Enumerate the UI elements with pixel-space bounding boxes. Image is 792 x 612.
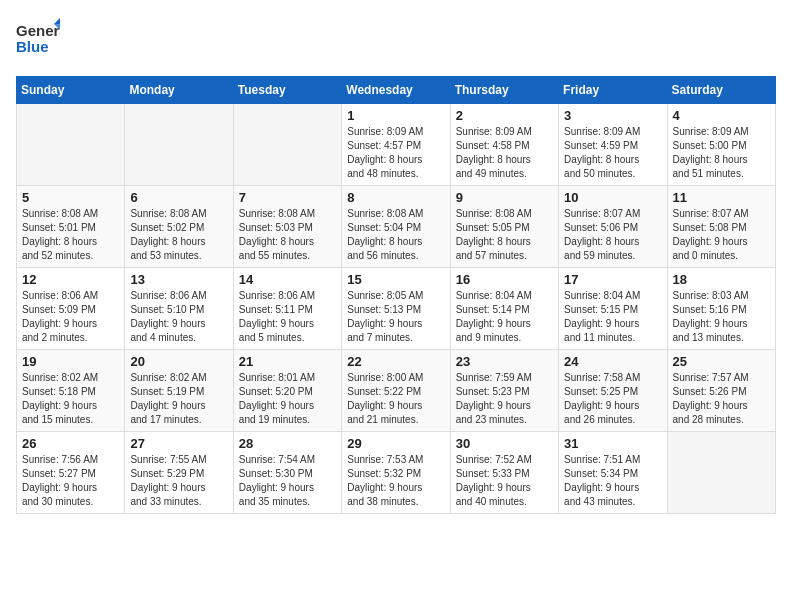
day-detail: Sunrise: 8:04 AM Sunset: 5:14 PM Dayligh… — [456, 289, 553, 345]
day-number: 22 — [347, 354, 444, 369]
day-of-week-header: Thursday — [450, 77, 558, 104]
calendar-cell: 17Sunrise: 8:04 AM Sunset: 5:15 PM Dayli… — [559, 268, 667, 350]
calendar-cell — [125, 104, 233, 186]
calendar-cell: 31Sunrise: 7:51 AM Sunset: 5:34 PM Dayli… — [559, 432, 667, 514]
calendar-cell — [233, 104, 341, 186]
day-detail: Sunrise: 8:07 AM Sunset: 5:08 PM Dayligh… — [673, 207, 770, 263]
day-number: 16 — [456, 272, 553, 287]
day-detail: Sunrise: 8:07 AM Sunset: 5:06 PM Dayligh… — [564, 207, 661, 263]
calendar-cell: 10Sunrise: 8:07 AM Sunset: 5:06 PM Dayli… — [559, 186, 667, 268]
day-detail: Sunrise: 8:09 AM Sunset: 4:59 PM Dayligh… — [564, 125, 661, 181]
calendar-cell: 29Sunrise: 7:53 AM Sunset: 5:32 PM Dayli… — [342, 432, 450, 514]
calendar-cell: 14Sunrise: 8:06 AM Sunset: 5:11 PM Dayli… — [233, 268, 341, 350]
calendar-cell: 13Sunrise: 8:06 AM Sunset: 5:10 PM Dayli… — [125, 268, 233, 350]
calendar-week-row: 19Sunrise: 8:02 AM Sunset: 5:18 PM Dayli… — [17, 350, 776, 432]
calendar-cell: 22Sunrise: 8:00 AM Sunset: 5:22 PM Dayli… — [342, 350, 450, 432]
calendar-cell — [17, 104, 125, 186]
day-detail: Sunrise: 7:51 AM Sunset: 5:34 PM Dayligh… — [564, 453, 661, 509]
calendar-cell: 27Sunrise: 7:55 AM Sunset: 5:29 PM Dayli… — [125, 432, 233, 514]
calendar-cell: 2Sunrise: 8:09 AM Sunset: 4:58 PM Daylig… — [450, 104, 558, 186]
calendar-cell: 4Sunrise: 8:09 AM Sunset: 5:00 PM Daylig… — [667, 104, 775, 186]
calendar-week-row: 5Sunrise: 8:08 AM Sunset: 5:01 PM Daylig… — [17, 186, 776, 268]
day-number: 8 — [347, 190, 444, 205]
calendar-cell: 7Sunrise: 8:08 AM Sunset: 5:03 PM Daylig… — [233, 186, 341, 268]
day-number: 23 — [456, 354, 553, 369]
day-of-week-header: Wednesday — [342, 77, 450, 104]
day-number: 14 — [239, 272, 336, 287]
day-detail: Sunrise: 7:55 AM Sunset: 5:29 PM Dayligh… — [130, 453, 227, 509]
day-detail: Sunrise: 7:53 AM Sunset: 5:32 PM Dayligh… — [347, 453, 444, 509]
day-number: 20 — [130, 354, 227, 369]
calendar-cell: 9Sunrise: 8:08 AM Sunset: 5:05 PM Daylig… — [450, 186, 558, 268]
calendar-cell: 18Sunrise: 8:03 AM Sunset: 5:16 PM Dayli… — [667, 268, 775, 350]
calendar-cell: 30Sunrise: 7:52 AM Sunset: 5:33 PM Dayli… — [450, 432, 558, 514]
day-number: 13 — [130, 272, 227, 287]
day-number: 4 — [673, 108, 770, 123]
day-detail: Sunrise: 8:09 AM Sunset: 5:00 PM Dayligh… — [673, 125, 770, 181]
day-number: 10 — [564, 190, 661, 205]
day-detail: Sunrise: 8:08 AM Sunset: 5:04 PM Dayligh… — [347, 207, 444, 263]
day-number: 18 — [673, 272, 770, 287]
calendar-header-row: SundayMondayTuesdayWednesdayThursdayFrid… — [17, 77, 776, 104]
day-number: 28 — [239, 436, 336, 451]
calendar-cell — [667, 432, 775, 514]
day-of-week-header: Tuesday — [233, 77, 341, 104]
day-number: 1 — [347, 108, 444, 123]
calendar-cell: 19Sunrise: 8:02 AM Sunset: 5:18 PM Dayli… — [17, 350, 125, 432]
day-detail: Sunrise: 8:01 AM Sunset: 5:20 PM Dayligh… — [239, 371, 336, 427]
day-number: 15 — [347, 272, 444, 287]
calendar-cell: 3Sunrise: 8:09 AM Sunset: 4:59 PM Daylig… — [559, 104, 667, 186]
day-number: 24 — [564, 354, 661, 369]
day-detail: Sunrise: 8:03 AM Sunset: 5:16 PM Dayligh… — [673, 289, 770, 345]
day-number: 11 — [673, 190, 770, 205]
day-number: 25 — [673, 354, 770, 369]
calendar-week-row: 1Sunrise: 8:09 AM Sunset: 4:57 PM Daylig… — [17, 104, 776, 186]
day-of-week-header: Monday — [125, 77, 233, 104]
day-number: 29 — [347, 436, 444, 451]
calendar-cell: 20Sunrise: 8:02 AM Sunset: 5:19 PM Dayli… — [125, 350, 233, 432]
day-of-week-header: Saturday — [667, 77, 775, 104]
day-of-week-header: Sunday — [17, 77, 125, 104]
day-detail: Sunrise: 7:52 AM Sunset: 5:33 PM Dayligh… — [456, 453, 553, 509]
svg-marker-2 — [54, 18, 60, 24]
day-number: 3 — [564, 108, 661, 123]
day-detail: Sunrise: 8:09 AM Sunset: 4:58 PM Dayligh… — [456, 125, 553, 181]
calendar-cell: 6Sunrise: 8:08 AM Sunset: 5:02 PM Daylig… — [125, 186, 233, 268]
day-detail: Sunrise: 8:04 AM Sunset: 5:15 PM Dayligh… — [564, 289, 661, 345]
day-number: 27 — [130, 436, 227, 451]
day-number: 19 — [22, 354, 119, 369]
day-number: 6 — [130, 190, 227, 205]
day-number: 21 — [239, 354, 336, 369]
calendar-cell: 25Sunrise: 7:57 AM Sunset: 5:26 PM Dayli… — [667, 350, 775, 432]
day-detail: Sunrise: 8:08 AM Sunset: 5:02 PM Dayligh… — [130, 207, 227, 263]
calendar-cell: 26Sunrise: 7:56 AM Sunset: 5:27 PM Dayli… — [17, 432, 125, 514]
logo-mark: General Blue — [16, 16, 60, 64]
day-of-week-header: Friday — [559, 77, 667, 104]
calendar-cell: 24Sunrise: 7:58 AM Sunset: 5:25 PM Dayli… — [559, 350, 667, 432]
day-number: 30 — [456, 436, 553, 451]
calendar-table: SundayMondayTuesdayWednesdayThursdayFrid… — [16, 76, 776, 514]
calendar-cell: 15Sunrise: 8:05 AM Sunset: 5:13 PM Dayli… — [342, 268, 450, 350]
day-number: 7 — [239, 190, 336, 205]
day-detail: Sunrise: 7:57 AM Sunset: 5:26 PM Dayligh… — [673, 371, 770, 427]
day-detail: Sunrise: 7:56 AM Sunset: 5:27 PM Dayligh… — [22, 453, 119, 509]
day-detail: Sunrise: 8:08 AM Sunset: 5:05 PM Dayligh… — [456, 207, 553, 263]
day-detail: Sunrise: 7:54 AM Sunset: 5:30 PM Dayligh… — [239, 453, 336, 509]
day-detail: Sunrise: 7:59 AM Sunset: 5:23 PM Dayligh… — [456, 371, 553, 427]
day-detail: Sunrise: 8:08 AM Sunset: 5:03 PM Dayligh… — [239, 207, 336, 263]
day-number: 9 — [456, 190, 553, 205]
calendar-cell: 12Sunrise: 8:06 AM Sunset: 5:09 PM Dayli… — [17, 268, 125, 350]
calendar-cell: 11Sunrise: 8:07 AM Sunset: 5:08 PM Dayli… — [667, 186, 775, 268]
day-number: 12 — [22, 272, 119, 287]
calendar-cell: 21Sunrise: 8:01 AM Sunset: 5:20 PM Dayli… — [233, 350, 341, 432]
day-number: 31 — [564, 436, 661, 451]
day-detail: Sunrise: 8:09 AM Sunset: 4:57 PM Dayligh… — [347, 125, 444, 181]
day-number: 26 — [22, 436, 119, 451]
day-detail: Sunrise: 8:06 AM Sunset: 5:11 PM Dayligh… — [239, 289, 336, 345]
calendar-week-row: 26Sunrise: 7:56 AM Sunset: 5:27 PM Dayli… — [17, 432, 776, 514]
svg-text:Blue: Blue — [16, 38, 49, 55]
logo: General Blue — [16, 16, 60, 64]
day-detail: Sunrise: 8:05 AM Sunset: 5:13 PM Dayligh… — [347, 289, 444, 345]
day-detail: Sunrise: 8:02 AM Sunset: 5:18 PM Dayligh… — [22, 371, 119, 427]
day-detail: Sunrise: 8:08 AM Sunset: 5:01 PM Dayligh… — [22, 207, 119, 263]
